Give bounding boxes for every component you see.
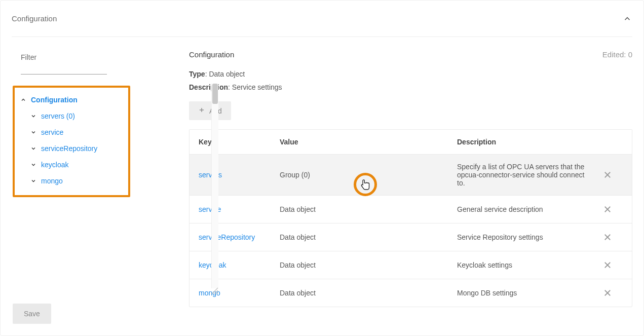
table-row[interactable]: mongoData objectMongo DB settings xyxy=(190,279,632,307)
table-row[interactable]: serversGroup (0)Specify a list of OPC UA… xyxy=(190,155,632,196)
chevron-up-icon xyxy=(20,96,27,103)
tree-item[interactable]: keycloak xyxy=(25,157,128,173)
tree-scrollbar[interactable] xyxy=(211,84,218,288)
row-description: General service description xyxy=(457,205,592,213)
row-key-link[interactable]: servers xyxy=(199,171,222,179)
plus-icon xyxy=(198,106,205,115)
main-heading: Configuration xyxy=(189,50,234,59)
tree-item[interactable]: service xyxy=(25,124,128,140)
sidebar: Filter Configuration servers (0)services… xyxy=(12,47,174,324)
row-value: Data object xyxy=(280,289,457,297)
type-label: Type xyxy=(189,70,205,78)
collapse-panel-icon[interactable] xyxy=(622,14,632,24)
tree-root-configuration[interactable]: Configuration xyxy=(15,92,128,108)
col-key: Key xyxy=(199,138,280,146)
edited-counter: Edited: 0 xyxy=(602,50,632,59)
config-table: Key Value Description serversGroup (0)Sp… xyxy=(189,129,632,307)
row-key-link[interactable]: serviceRepository xyxy=(199,233,255,241)
tree-item-label: mongo xyxy=(41,177,63,185)
type-line: Type: Data object xyxy=(189,70,632,78)
row-value: Group (0) xyxy=(280,171,457,179)
delete-row-icon[interactable] xyxy=(602,287,613,298)
save-button-label: Save xyxy=(24,310,40,318)
row-description: Mongo DB settings xyxy=(457,289,592,297)
delete-row-icon[interactable] xyxy=(602,232,613,243)
chevron-down-icon xyxy=(30,145,37,152)
table-row[interactable]: serviceRepositoryData objectService Repo… xyxy=(190,223,632,251)
description-value: Service settings xyxy=(232,83,282,91)
tree-item[interactable]: servers (0) xyxy=(25,108,128,124)
tree-item-label: serviceRepository xyxy=(41,144,97,153)
chevron-down-icon xyxy=(30,161,37,168)
filter-label: Filter xyxy=(21,53,174,61)
tree-item-label: keycloak xyxy=(41,161,68,169)
type-value: Data object xyxy=(209,70,245,78)
chevron-down-icon xyxy=(30,177,37,184)
panel-header: Configuration xyxy=(12,1,632,37)
table-row[interactable]: serviceData objectGeneral service descri… xyxy=(190,196,632,223)
filter-input[interactable] xyxy=(21,63,107,74)
tree-item-label: service xyxy=(41,128,63,136)
table-row[interactable]: keycloakData objectKeycloak settings xyxy=(190,251,632,279)
row-description: Service Repository settings xyxy=(457,233,592,241)
row-value: Data object xyxy=(280,205,457,213)
delete-row-icon[interactable] xyxy=(602,204,613,215)
delete-row-icon[interactable] xyxy=(602,169,613,180)
tree-item[interactable]: serviceRepository xyxy=(25,140,128,157)
table-header: Key Value Description xyxy=(190,130,632,155)
description-label: Description xyxy=(189,83,228,91)
description-line: Description: Service settings xyxy=(189,83,632,91)
resize-grip-icon[interactable] xyxy=(211,287,218,294)
tree-item[interactable]: mongo xyxy=(25,173,128,189)
chevron-down-icon xyxy=(30,113,37,120)
scrollbar-thumb[interactable] xyxy=(212,84,218,104)
row-description: Specify a list of OPC UA servers that th… xyxy=(457,163,592,187)
row-value: Data object xyxy=(280,261,457,269)
col-description: Description xyxy=(457,138,592,146)
row-value: Data object xyxy=(280,233,457,241)
col-value: Value xyxy=(280,138,457,146)
configuration-panel: Configuration Filter Configuration serve… xyxy=(0,0,644,336)
config-tree: Configuration servers (0)serviceserviceR… xyxy=(13,86,130,197)
tree-root-label: Configuration xyxy=(31,96,78,104)
chevron-down-icon xyxy=(30,129,37,136)
delete-row-icon[interactable] xyxy=(602,259,613,271)
row-description: Keycloak settings xyxy=(457,261,592,269)
save-button[interactable]: Save xyxy=(13,304,51,324)
main-content: Configuration Edited: 0 Type: Data objec… xyxy=(189,47,632,307)
tree-item-label: servers (0) xyxy=(41,112,75,120)
add-button[interactable]: Add xyxy=(189,101,231,120)
panel-title: Configuration xyxy=(12,14,57,23)
